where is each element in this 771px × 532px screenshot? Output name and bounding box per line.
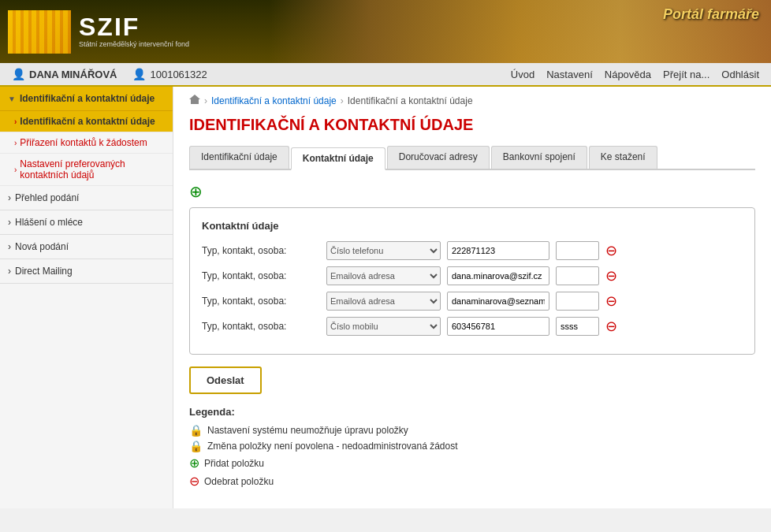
contact-value-input-4[interactable] [447, 317, 549, 336]
arrow-icon-direct: › [8, 266, 11, 277]
logo-text: SZIF Státní zemědělský intervenční fond [79, 14, 189, 50]
user-name: DANA MINÁŘOVÁ [29, 69, 117, 80]
legend-title: Legenda: [189, 406, 755, 418]
legend-text-3: Přidat položku [204, 458, 264, 469]
arrow-icon-hlaseni: › [8, 217, 11, 228]
lock-red-icon: 🔒 [189, 440, 203, 452]
remove-button-2[interactable]: ⊖ [605, 269, 617, 283]
sidebar-sub-label-3: Nastavení preferovaných kontaktních údaj… [20, 158, 163, 180]
contact-row-2: Typ, kontakt, osoba: Číslo telefonu Emai… [202, 266, 743, 285]
contact-value-input-2[interactable] [447, 266, 549, 285]
remove-icon: ⊖ [189, 474, 199, 489]
remove-button-4[interactable]: ⊖ [605, 319, 617, 333]
sidebar-sub-label-2: Přiřazení kontaktů k žádostem [20, 137, 147, 148]
nav-prejit[interactable]: Přejít na... [663, 69, 710, 80]
contact-type-select-4[interactable]: Číslo telefonu Emailová adresa Číslo mob… [326, 317, 441, 336]
tab-identifikacni[interactable]: Identifikační údaje [189, 146, 289, 169]
nav-odhlasit[interactable]: Odhlásit [721, 69, 759, 80]
sidebar-label-hlaseni: Hlášení o mléce [15, 217, 83, 228]
contact-type-select-1[interactable]: Číslo telefonu Emailová adresa Číslo mob… [326, 241, 441, 260]
contact-extra-input-3[interactable] [556, 292, 599, 311]
contact-type-select-2[interactable]: Číslo telefonu Emailová adresa Číslo mob… [326, 266, 441, 285]
contact-value-input-1[interactable] [447, 241, 549, 260]
topnav: 👤 DANA MINÁŘOVÁ 👤 1001061322 Úvod Nastav… [0, 63, 771, 87]
legend-item-2: 🔒 Změna položky není povolena - nedoadmi… [189, 440, 755, 452]
contact-label-3: Typ, kontakt, osoba: [202, 296, 320, 307]
logo-icon [8, 10, 71, 54]
sidebar-item-nova-podani[interactable]: › Nová podání [0, 235, 173, 259]
sidebar-sub-identifikacni: › Identifikační a kontaktní údaje › Přiř… [0, 111, 173, 186]
add-item-button[interactable]: ⊕ [189, 182, 203, 201]
logo-subtitle: Státní zemědělský intervenční fond [79, 39, 189, 50]
sub-arrow-icon-2: › [14, 139, 17, 147]
breadcrumb-sep-2: › [341, 95, 344, 106]
lock-gray-icon: 🔒 [189, 424, 203, 437]
svg-marker-0 [189, 95, 200, 104]
topnav-links: Úvod Nastavení Nápověda Přejít na... Odh… [511, 69, 759, 80]
legend: Legenda: 🔒 Nastavení systému neumožňuje … [189, 406, 755, 489]
remove-button-3[interactable]: ⊖ [605, 294, 617, 308]
topnav-id: 👤 1001061322 [132, 68, 207, 80]
remove-button-1[interactable]: ⊖ [605, 244, 617, 258]
contact-row-4: Typ, kontakt, osoba: Číslo telefonu Emai… [202, 317, 743, 336]
breadcrumb-current: Identifikační a kontaktní údaje [348, 95, 473, 106]
sidebar: ▼ Identifikační a kontaktní údaje › Iden… [0, 87, 173, 508]
logo: SZIF Státní zemědělský intervenční fond [8, 10, 189, 54]
nav-nastaveni[interactable]: Nastavení [546, 69, 593, 80]
tab-dorucovaci[interactable]: Doručovací adresy [387, 146, 490, 169]
contact-section: Kontaktní údaje Typ, kontakt, osoba: Čís… [189, 207, 755, 355]
nav-uvod[interactable]: Úvod [511, 69, 534, 80]
contact-label-1: Typ, kontakt, osoba: [202, 245, 320, 256]
contact-extra-input-4[interactable] [556, 317, 599, 336]
home-icon[interactable] [189, 95, 200, 106]
arrow-icon-prehled: › [8, 192, 11, 203]
submit-button[interactable]: Odeslat [189, 366, 262, 394]
tab-bankovni[interactable]: Bankovní spojení [491, 146, 587, 169]
sidebar-label-nova: Nová podání [15, 241, 69, 252]
legend-text-1: Nastavení systému neumožňuje úpravu polo… [207, 425, 408, 436]
sidebar-item-prirazeni-kontaktu[interactable]: › Přiřazení kontaktů k žádostem [0, 132, 173, 154]
breadcrumb-sep-1: › [204, 95, 207, 106]
portal-title: Portál farmáře [663, 6, 759, 23]
legend-text-2: Změna položky není povolena - nedoadmini… [207, 441, 458, 452]
legend-text-4: Odebrat položku [204, 476, 274, 487]
topnav-user: 👤 DANA MINÁŘOVÁ [12, 68, 117, 80]
sidebar-item-identifikacni-kontaktni[interactable]: › Identifikační a kontaktní údaje [0, 111, 173, 132]
arrow-icon: ▼ [8, 95, 16, 103]
legend-item-1: 🔒 Nastavení systému neumožňuje úpravu po… [189, 424, 755, 437]
tabs: Identifikační údaje Kontaktní údaje Doru… [189, 146, 755, 170]
arrow-icon-nova: › [8, 241, 11, 252]
sidebar-item-direct-mailing[interactable]: › Direct Mailing [0, 259, 173, 284]
tab-ke-stazeni[interactable]: Ke stažení [589, 146, 657, 169]
contact-value-input-3[interactable] [447, 292, 549, 311]
page-title: IDENTIFIKAČNÍ A KONTAKTNÍ ÚDAJE [189, 116, 755, 134]
contact-row-3: Typ, kontakt, osoba: Číslo telefonu Emai… [202, 292, 743, 311]
contact-row-1: Typ, kontakt, osoba: Číslo telefonu Emai… [202, 241, 743, 260]
sub-arrow-icon: › [14, 117, 17, 126]
tab-kontaktni[interactable]: Kontaktní údaje [291, 147, 386, 170]
sidebar-item-prehled-podani[interactable]: › Přehled podání [0, 186, 173, 210]
sub-arrow-icon-3: › [14, 166, 17, 174]
content: › Identifikační a kontaktní údaje › Iden… [173, 87, 771, 508]
sidebar-label-prehled: Přehled podání [15, 192, 79, 203]
sidebar-sub-label-1: Identifikační a kontaktní údaje [20, 116, 155, 127]
contact-type-select-3[interactable]: Číslo telefonu Emailová adresa Číslo mob… [326, 292, 441, 311]
header: SZIF Státní zemědělský intervenční fond … [0, 0, 771, 63]
sidebar-section-identifikacni[interactable]: ▼ Identifikační a kontaktní údaje [0, 87, 173, 111]
contact-label-4: Typ, kontakt, osoba: [202, 321, 320, 332]
nav-napoveda[interactable]: Nápověda [605, 69, 651, 80]
contact-extra-input-2[interactable] [556, 266, 599, 285]
user-id: 1001061322 [150, 69, 207, 80]
logo-szif: SZIF [79, 14, 189, 39]
sidebar-item-hlaseni-mlece[interactable]: › Hlášení o mléce [0, 210, 173, 235]
contact-label-2: Typ, kontakt, osoba: [202, 270, 320, 281]
contact-section-title: Kontaktní údaje [202, 220, 743, 232]
user-icon: 👤 [12, 68, 25, 80]
sidebar-item-nastaveni-preferovanych[interactable]: › Nastavení preferovaných kontaktních úd… [0, 154, 173, 186]
logo-stripes [8, 10, 71, 54]
main-layout: ▼ Identifikační a kontaktní údaje › Iden… [0, 87, 771, 508]
sidebar-label-direct: Direct Mailing [15, 266, 73, 277]
contact-extra-input-1[interactable] [556, 241, 599, 260]
legend-item-3: ⊕ Přidat položku [189, 456, 755, 471]
breadcrumb-link-1[interactable]: Identifikační a kontaktní údaje [211, 95, 337, 106]
